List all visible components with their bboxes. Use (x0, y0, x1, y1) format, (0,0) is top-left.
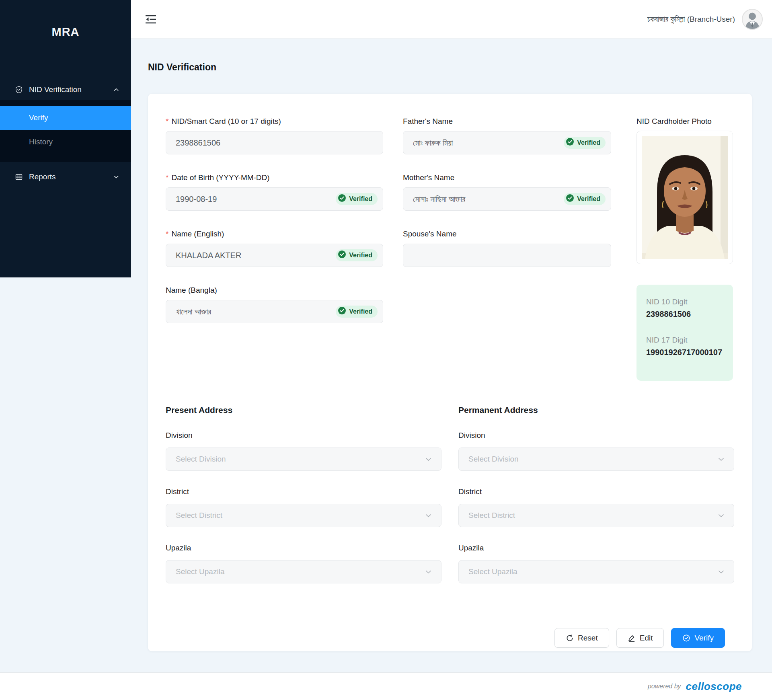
form-grid: *NID/Smart Card (10 or 17 digits) 239886… (166, 117, 734, 381)
present-district-field: District Select District (166, 487, 441, 527)
verified-badge: Verified (336, 306, 378, 318)
header-user-area: চকবাজার কুমিল্লা (Branch-User) (647, 9, 763, 30)
form-column-middle: Father's Name মোঃ ফারুক মিয়া Verified M… (403, 117, 611, 381)
sidebar: MRA NID Verification Verify History (0, 0, 131, 277)
field-label: Name (Bangla) (166, 285, 383, 295)
present-district-select[interactable]: Select District (166, 504, 441, 527)
field-name-bangla: Name (Bangla) খালেদা আক্তার Verified (166, 285, 383, 323)
select-placeholder: Select District (468, 511, 515, 520)
permanent-division-field: Division Select Division (458, 431, 734, 471)
chevron-down-icon (718, 514, 724, 517)
required-mark: * (166, 173, 168, 182)
verified-badge: Verified (564, 193, 606, 205)
name-bangla-input[interactable]: খালেদা আক্তার Verified (166, 300, 383, 323)
nid-input[interactable]: 2398861506 (166, 131, 383, 154)
present-address-title: Present Address (166, 404, 441, 415)
name-bangla-value: খালেদা আক্তার (176, 307, 211, 316)
field-label: *NID/Smart Card (10 or 17 digits) (166, 117, 383, 126)
field-dob: *Date of Birth (YYYY-MM-DD) 1990-08-19 V… (166, 173, 383, 211)
edit-button[interactable]: Edit (616, 628, 664, 648)
nid17-value: 19901926717000107 (646, 347, 723, 358)
name-english-value: KHALADA AKTER (176, 251, 241, 260)
field-label: District (458, 487, 734, 496)
nid-summary-box: NID 10 Digit 2398861506 NID 17 Digit 199… (636, 285, 733, 381)
table-icon (15, 173, 23, 181)
dob-input[interactable]: 1990-08-19 Verified (166, 187, 383, 211)
nid-value: 2398861506 (176, 138, 220, 148)
verified-badge: Verified (336, 193, 378, 205)
chevron-down-icon (425, 514, 431, 517)
name-english-input[interactable]: KHALADA AKTER Verified (166, 244, 383, 267)
select-placeholder: Select Upazila (176, 567, 224, 576)
sidebar-item-reports[interactable]: Reports (0, 167, 131, 187)
sidebar-item-label: Reports (29, 172, 56, 181)
verified-badge: Verified (336, 249, 378, 261)
present-division-select[interactable]: Select Division (166, 448, 441, 471)
dob-value: 1990-08-19 (176, 195, 217, 204)
field-label: Upazila (458, 543, 734, 552)
field-father-name: Father's Name মোঃ ফারুক মিয়া Verified (403, 117, 611, 154)
field-mother-name: Mother's Name মোসাঃ নাছিমা আক্তার Verifi… (403, 173, 611, 211)
field-label: Father's Name (403, 117, 611, 126)
sidebar-item-verify[interactable]: Verify (0, 106, 131, 130)
mother-name-input[interactable]: মোসাঃ নাছিমা আক্তার Verified (403, 187, 611, 211)
edit-icon (628, 634, 636, 642)
address-section: Present Address Division Select Division… (166, 404, 734, 599)
field-label: Division (166, 431, 441, 440)
nid10-value: 2398861506 (646, 309, 723, 320)
reload-icon (566, 634, 574, 642)
permanent-upazila-select[interactable]: Select Upazila (458, 560, 734, 583)
verified-badge: Verified (564, 137, 606, 149)
reset-button[interactable]: Reset (554, 628, 609, 648)
field-label: Spouse's Name (403, 229, 611, 238)
field-label: Upazila (166, 543, 441, 552)
check-circle-icon (566, 138, 574, 148)
mother-name-value: মোসাঃ নাছিমা আক্তার (413, 195, 465, 204)
sidebar-item-history[interactable]: History (0, 130, 131, 154)
user-avatar[interactable] (742, 9, 763, 30)
menu-fold-icon[interactable] (144, 13, 158, 25)
check-circle-icon (338, 250, 346, 260)
sidebar-item-label: Verify (29, 113, 48, 122)
field-label: District (166, 487, 441, 496)
spouse-name-input[interactable] (403, 244, 611, 267)
present-upazila-select[interactable]: Select Upazila (166, 560, 441, 583)
father-name-value: মোঃ ফারুক মিয়া (413, 138, 453, 148)
permanent-address: Permanent Address Division Select Divisi… (458, 404, 734, 599)
nid-verification-card: *NID/Smart Card (10 or 17 digits) 239886… (148, 94, 752, 651)
nid10-label: NID 10 Digit (646, 297, 723, 307)
required-mark: * (166, 117, 168, 125)
form-column-left: *NID/Smart Card (10 or 17 digits) 239886… (166, 117, 383, 381)
user-name: চকবাজার কুমিল্লা (Branch-User) (647, 15, 735, 24)
field-label: *Date of Birth (YYYY-MM-DD) (166, 173, 383, 182)
present-upazila-field: Upazila Select Upazila (166, 543, 441, 583)
permanent-division-select[interactable]: Select Division (458, 448, 734, 471)
photo-label: NID Cardholder Photo (636, 117, 733, 126)
sidebar-item-nid-verification[interactable]: NID Verification (0, 80, 131, 100)
footer: powered by celloscope (0, 672, 772, 700)
page-title: NID Verification (131, 39, 772, 72)
chevron-down-icon (425, 458, 431, 461)
app-logo: MRA (0, 0, 131, 39)
select-placeholder: Select District (176, 511, 222, 520)
celloscope-logo: celloscope (686, 680, 742, 693)
field-label: *Name (English) (166, 229, 383, 238)
form-column-right: NID Cardholder Photo (636, 117, 733, 381)
permanent-address-title: Permanent Address (458, 404, 734, 415)
sidebar-item-label: History (29, 138, 53, 146)
nid10-group: NID 10 Digit 2398861506 (646, 297, 723, 320)
select-placeholder: Select Division (468, 455, 519, 464)
chevron-down-icon (113, 174, 119, 180)
present-address: Present Address Division Select Division… (166, 404, 441, 599)
verify-button[interactable]: Verify (671, 628, 725, 648)
field-label: Division (458, 431, 734, 440)
sidebar-nav: NID Verification Verify History Reports (0, 80, 131, 187)
permanent-district-select[interactable]: Select District (458, 504, 734, 527)
field-nid: *NID/Smart Card (10 or 17 digits) 239886… (166, 117, 383, 154)
nid17-group: NID 17 Digit 19901926717000107 (646, 335, 723, 358)
permanent-district-field: District Select District (458, 487, 734, 527)
top-header: চকবাজার কুমিল্লা (Branch-User) (131, 0, 772, 39)
father-name-input[interactable]: মোঃ ফারুক মিয়া Verified (403, 131, 611, 154)
select-placeholder: Select Division (176, 455, 226, 464)
form-actions: Reset Edit Verify (166, 628, 734, 648)
